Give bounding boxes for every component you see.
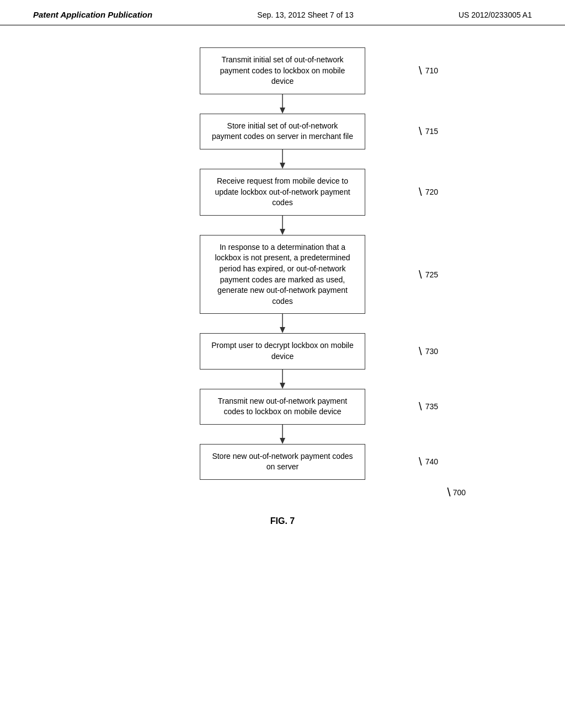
step-735: Transmit new out-of-network payment code… [33, 389, 532, 425]
step-715: Store initial set of out-of-network paym… [33, 114, 532, 149]
arrow-4 [277, 370, 288, 389]
label-step-725: \725 [419, 269, 438, 280]
header-publication-label: Patent Application Publication [33, 10, 152, 19]
arrow-5 [277, 425, 288, 444]
label-step-730: \730 [419, 346, 438, 357]
arrow-0 [277, 94, 288, 114]
box-step-725: In response to a determination that a lo… [200, 235, 365, 314]
svg-marker-1 [280, 108, 285, 114]
header-patent-number: US 2012/0233005 A1 [459, 10, 532, 19]
step-720: Receive request from mobile device to up… [33, 169, 532, 216]
page-header: Patent Application Publication Sep. 13, … [0, 0, 565, 25]
diagram-area: Transmit initial set of out-of-network p… [0, 25, 565, 537]
box-step-740: Store new out-of-network payment codes o… [200, 444, 365, 480]
step-730: Prompt user to decrypt lockbox on mobile… [33, 333, 532, 369]
arrow-1 [277, 149, 288, 169]
label-step-740: \740 [419, 456, 438, 467]
header-date-sheet: Sep. 13, 2012 Sheet 7 of 13 [257, 10, 353, 19]
svg-marker-7 [280, 327, 285, 333]
svg-marker-5 [280, 229, 285, 235]
svg-marker-9 [280, 383, 285, 389]
label-step-735: \735 [419, 401, 438, 412]
arrow-2 [277, 216, 288, 235]
box-step-715: Store initial set of out-of-network paym… [200, 114, 365, 149]
step-725: In response to a determination that a lo… [33, 235, 532, 314]
svg-marker-11 [280, 438, 285, 444]
box-step-710: Transmit initial set of out-of-network p… [200, 47, 365, 94]
flow-chart: Transmit initial set of out-of-network p… [33, 47, 532, 480]
box-step-720: Receive request from mobile device to up… [200, 169, 365, 216]
step-740: Store new out-of-network payment codes o… [33, 444, 532, 480]
step-710: Transmit initial set of out-of-network p… [33, 47, 532, 94]
svg-marker-3 [280, 163, 285, 169]
arrow-3 [277, 314, 288, 333]
label-step-710: \710 [419, 65, 438, 76]
label-step-720: \720 [419, 186, 438, 197]
label-step-715: \715 [419, 126, 438, 137]
box-step-735: Transmit new out-of-network payment code… [200, 389, 365, 425]
ref-700-label: \700 [447, 485, 466, 500]
box-step-730: Prompt user to decrypt lockbox on mobile… [200, 333, 365, 369]
figure-label: FIG. 7 [270, 516, 295, 526]
